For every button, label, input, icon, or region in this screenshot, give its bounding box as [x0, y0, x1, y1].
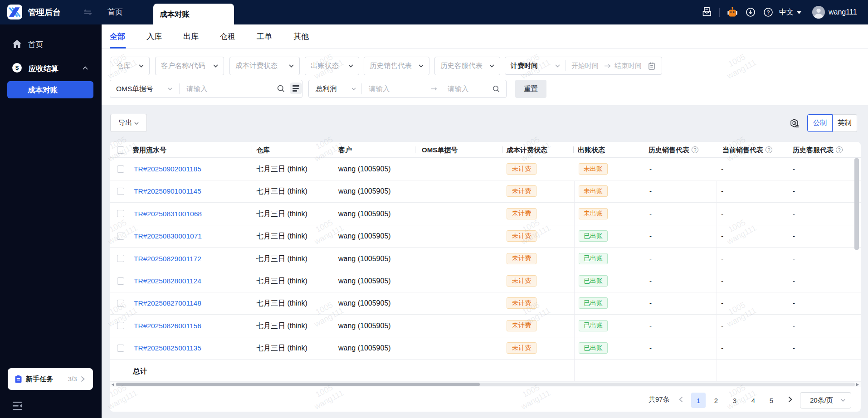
- svg-text:$: $: [15, 64, 19, 71]
- svg-text:?: ?: [767, 10, 770, 16]
